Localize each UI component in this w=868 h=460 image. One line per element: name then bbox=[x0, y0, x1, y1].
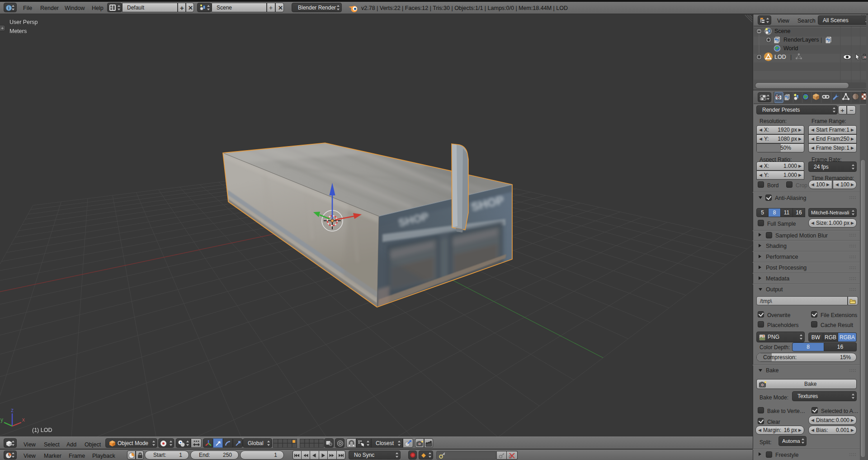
svg-text:LOD: LOD bbox=[774, 54, 786, 60]
svg-text:z: z bbox=[11, 407, 14, 413]
svg-text:User Persp: User Persp bbox=[9, 19, 38, 25]
svg-text:|: | bbox=[821, 37, 822, 43]
svg-text:y: y bbox=[0, 417, 3, 423]
svg-text:World: World bbox=[783, 45, 798, 52]
svg-text:Scene: Scene bbox=[774, 28, 790, 34]
svg-text:x: x bbox=[22, 417, 25, 423]
svg-text:(1) LOD: (1) LOD bbox=[32, 427, 52, 433]
svg-text:|: | bbox=[790, 54, 792, 60]
svg-text:i: i bbox=[8, 5, 9, 10]
svg-text:Meters: Meters bbox=[9, 28, 27, 34]
svg-text:RenderLayers: RenderLayers bbox=[783, 37, 819, 43]
